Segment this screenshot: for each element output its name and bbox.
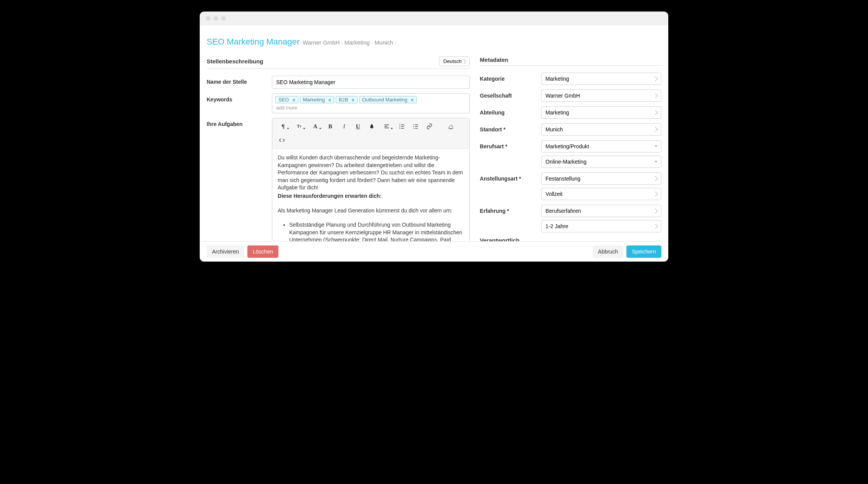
heading-row: SEO Marketing Manager Warner GmbH · Mark… <box>207 37 661 56</box>
right-section-title: Metadaten <box>480 56 508 63</box>
window-control-max[interactable] <box>221 16 226 21</box>
svg-point-11 <box>413 128 414 129</box>
abteilung-label: Abteilung <box>480 106 537 116</box>
cancel-button[interactable]: Abbruch <box>593 245 623 258</box>
abteilung-select[interactable]: Marketing <box>541 106 661 119</box>
footer-bar: Archivieren Löschen Abbruch Speichern <box>200 241 668 262</box>
keyword-tag-label: Marketing <box>303 97 325 103</box>
link-button[interactable] <box>423 121 436 132</box>
keywords-add-more[interactable]: add more <box>275 103 466 111</box>
keyword-tag-remove[interactable]: x <box>351 97 356 103</box>
svg-point-9 <box>413 124 414 125</box>
paragraph-format-button[interactable]: ¶ <box>275 121 291 132</box>
kategorie-select[interactable]: Marketing <box>541 73 661 85</box>
rich-text-editor: ¶ TT A B I U <box>272 118 470 262</box>
tasks-label: Ihre Aufgaben <box>207 118 268 127</box>
ordered-list-button[interactable]: 123 <box>395 121 408 132</box>
bold-button[interactable]: B <box>324 121 337 132</box>
erfahrung-select-1[interactable]: Berufserfahren <box>541 205 661 217</box>
align-button[interactable] <box>379 121 394 132</box>
anstellungsart-label: Anstellungsart * <box>480 172 537 182</box>
standort-select[interactable]: Munich <box>541 123 661 136</box>
gesellschaft-label: Gesellschaft <box>480 90 537 99</box>
berufsart-select-1[interactable]: Marketing/Produkt <box>541 140 661 152</box>
keyword-tag-label: Outbound Marketing <box>362 97 407 103</box>
editor-toolbar: ¶ TT A B I U <box>272 118 469 149</box>
berufsart-label: Berufsart * <box>480 140 537 149</box>
keyword-tag: B2Bx <box>336 96 358 103</box>
font-size-button[interactable]: TT <box>292 121 307 132</box>
erfahrung-select-2[interactable]: 1-2 Jahre <box>541 220 661 232</box>
font-color-button[interactable]: A <box>308 121 323 132</box>
keyword-tag-remove[interactable]: x <box>291 97 296 103</box>
anstellungsart-select-2[interactable]: Vollzeit <box>541 188 661 200</box>
app-window: SEO Marketing Manager Warner GmbH · Mark… <box>200 12 668 262</box>
italic-button[interactable]: I <box>338 121 351 132</box>
tint-button[interactable] <box>365 121 378 132</box>
right-section-header: Metadaten <box>480 56 661 66</box>
underline-button[interactable]: U <box>351 121 364 132</box>
unordered-list-button[interactable] <box>409 121 422 132</box>
keyword-tag: SEOx <box>275 96 298 103</box>
berufsart-select-2[interactable]: Online-Marketing <box>541 156 661 168</box>
erfahrung-label: Erfahrung * <box>480 205 537 214</box>
editor-intro: Du willst Kunden durch überraschende und… <box>278 154 463 191</box>
gesellschaft-select[interactable]: Warner GmbH <box>541 90 661 102</box>
language-select-wrap: Deutsch <box>439 56 470 66</box>
kategorie-label: Kategorie <box>480 73 537 82</box>
keyword-tag-label: SEO <box>278 97 289 103</box>
keywords-input[interactable]: SEOxMarketingxB2BxOutbound Marketingx ad… <box>272 93 470 113</box>
editor-bold-line: Diese Herausforderungen erwarten dich: <box>278 193 382 199</box>
standort-label: Standort * <box>480 123 537 133</box>
name-input[interactable] <box>272 76 470 89</box>
delete-button[interactable]: Löschen <box>247 245 278 258</box>
keyword-tag-label: B2B <box>339 97 348 103</box>
breadcrumb: Warner GmbH · Marketing · Munich · <box>303 39 396 46</box>
anstellungsart-select-1[interactable]: Festanstellung <box>541 172 661 185</box>
clear-format-button[interactable] <box>444 121 457 132</box>
keyword-tag: Marketingx <box>300 96 334 103</box>
name-label: Name der Stelle <box>207 76 268 85</box>
left-section-title: Stellenbeschreibung <box>207 58 263 65</box>
code-view-button[interactable] <box>275 134 288 146</box>
language-select[interactable]: Deutsch <box>439 56 470 66</box>
save-button[interactable]: Speichern <box>626 245 661 258</box>
keyword-tag-remove[interactable]: x <box>327 97 332 103</box>
keyword-tag: Outbound Marketingx <box>359 96 417 103</box>
window-control-min[interactable] <box>214 16 218 21</box>
content-area: SEO Marketing Manager Warner GmbH · Mark… <box>200 25 668 262</box>
window-titlebar <box>200 12 668 25</box>
editor-lead-line: Als Marketing Manager Lead Generation kü… <box>278 207 464 215</box>
keywords-label: Keywords <box>207 93 268 103</box>
archive-button[interactable]: Archivieren <box>207 245 244 258</box>
window-control-close[interactable] <box>206 16 210 21</box>
svg-point-10 <box>413 126 414 127</box>
svg-text:3: 3 <box>399 128 400 129</box>
page-title[interactable]: SEO Marketing Manager <box>207 37 300 47</box>
keyword-tag-remove[interactable]: x <box>410 97 415 103</box>
left-section-header: Stellenbeschreibung Deutsch <box>207 56 470 69</box>
